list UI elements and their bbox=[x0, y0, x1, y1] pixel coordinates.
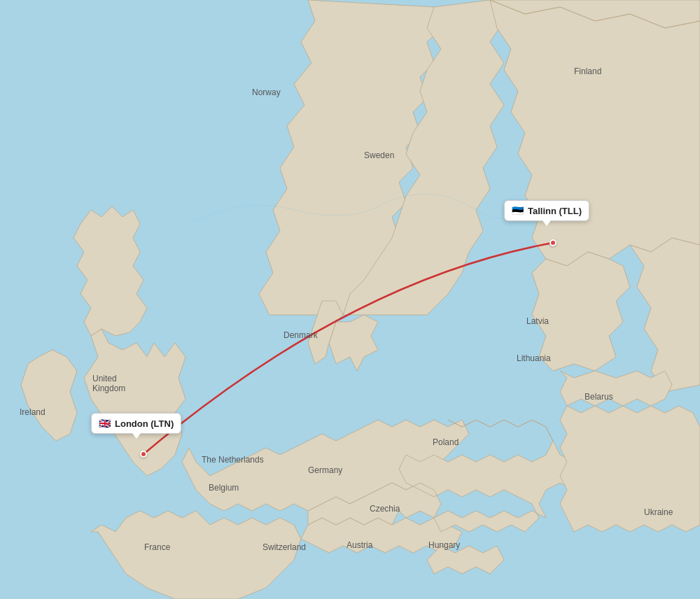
london-dot bbox=[140, 451, 147, 458]
map-svg bbox=[0, 0, 700, 599]
map-container: Finland Sweden Norway Denmark UnitedKing… bbox=[0, 0, 700, 599]
tallinn-dot bbox=[550, 239, 556, 246]
